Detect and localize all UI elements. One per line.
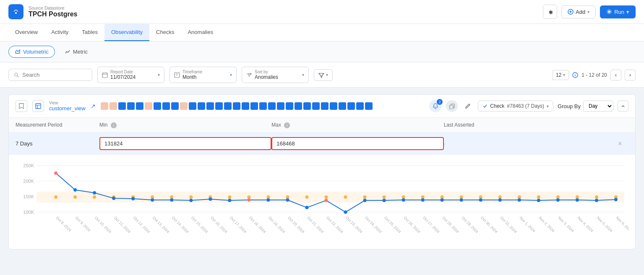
color-dot-18[interactable] <box>259 102 267 110</box>
timeframe-icon <box>174 72 180 78</box>
svg-text:Oct 31, 2024: Oct 31, 2024 <box>499 215 518 234</box>
run-button[interactable]: Run ▾ <box>600 5 636 18</box>
tab-anomalies[interactable]: Anomalies <box>181 24 220 41</box>
external-link-button[interactable]: ↗ <box>91 103 96 109</box>
header-right: Add ▾ Run ▾ <box>543 5 636 19</box>
color-dot-7[interactable] <box>162 102 170 110</box>
color-dot-8[interactable] <box>171 102 179 110</box>
svg-text:Oct 16, 2024: Oct 16, 2024 <box>210 215 228 234</box>
tab-overview[interactable]: Overview <box>8 24 44 41</box>
color-dot-10[interactable] <box>189 102 196 110</box>
svg-point-40 <box>402 195 405 199</box>
measurement-header: Measurement Period Min i Max i Last Asse… <box>9 118 635 133</box>
check-filter-chevron-icon: ▾ <box>547 104 549 109</box>
search-box[interactable] <box>8 69 92 81</box>
color-dot-5[interactable] <box>145 102 152 110</box>
color-dot-13[interactable] <box>215 102 223 110</box>
tab-checks[interactable]: Checks <box>149 24 181 41</box>
filter-chevron-icon: ▾ <box>326 73 328 77</box>
svg-point-43 <box>460 195 463 199</box>
svg-point-70 <box>402 198 405 202</box>
color-dot-17[interactable] <box>250 102 258 110</box>
svg-text:Oct 20, 2024: Oct 20, 2024 <box>287 215 305 234</box>
per-page-selector[interactable]: 12 ▾ <box>552 70 569 80</box>
notification-badge: 2 <box>437 99 443 105</box>
report-date-field[interactable]: Report Date 11/07/2024 ▾ <box>97 67 164 83</box>
svg-point-27 <box>151 195 154 199</box>
subtab-volumetric[interactable]: Volumetric <box>8 46 55 58</box>
color-dot-14[interactable] <box>224 102 232 110</box>
color-dot-23[interactable] <box>303 102 311 110</box>
svg-point-60 <box>209 197 212 201</box>
timeframe-chevron-icon: ▾ <box>230 73 232 77</box>
filter-button[interactable]: ▾ <box>314 69 333 81</box>
bookmark-button[interactable] <box>16 100 27 112</box>
remove-row-button[interactable]: × <box>616 140 624 148</box>
color-dot-9[interactable] <box>180 102 188 110</box>
svg-point-34 <box>286 195 289 199</box>
edit-button[interactable] <box>462 100 474 112</box>
color-dot-22[interactable] <box>295 102 302 110</box>
color-dot-25[interactable] <box>321 102 329 110</box>
max-info-icon[interactable]: i <box>284 122 290 128</box>
color-dot-30[interactable] <box>365 102 373 110</box>
table-view-button[interactable] <box>32 100 44 112</box>
svg-point-28 <box>170 195 173 199</box>
color-dot-16[interactable] <box>242 102 249 110</box>
check-filter-button[interactable]: Check #78463 (7 Days) ▾ <box>478 101 553 112</box>
collapse-button[interactable] <box>618 101 628 112</box>
svg-text:100K: 100K <box>23 210 34 215</box>
min-info-icon[interactable]: i <box>111 122 117 128</box>
color-dot-3[interactable] <box>127 102 135 110</box>
svg-text:Nov 2, 2024: Nov 2, 2024 <box>538 215 555 233</box>
svg-text:150K: 150K <box>23 194 34 199</box>
next-page-button[interactable]: › <box>625 70 636 80</box>
group-by-select[interactable]: Day Week Month <box>583 101 613 112</box>
svg-point-69 <box>383 199 386 202</box>
color-dot-2[interactable] <box>118 102 126 110</box>
notification-button[interactable]: 2 <box>429 100 442 112</box>
svg-point-47 <box>537 195 540 199</box>
svg-point-81 <box>614 198 618 201</box>
copy-button[interactable] <box>446 100 458 112</box>
color-dot-15[interactable] <box>233 102 240 110</box>
sort-field[interactable]: Sort by Anomalies ▾ <box>242 67 309 83</box>
svg-text:Oct 26, 2024: Oct 26, 2024 <box>403 215 421 234</box>
color-dot-26[interactable] <box>330 102 337 110</box>
timeframe-field[interactable]: Timeframe Month ▾ <box>169 67 237 83</box>
color-dot-12[interactable] <box>206 102 214 110</box>
view-header-left: View customer_view ↗ <box>16 100 373 112</box>
add-button[interactable]: Add ▾ <box>561 5 596 18</box>
svg-point-53 <box>73 188 77 192</box>
color-dot-27[interactable] <box>339 102 346 110</box>
svg-point-64 <box>286 198 289 202</box>
svg-point-33 <box>266 195 270 199</box>
tab-observability[interactable]: Observability <box>104 24 149 41</box>
settings-button[interactable] <box>543 5 557 19</box>
color-dot-19[interactable] <box>268 102 276 110</box>
color-dot-24[interactable] <box>312 102 320 110</box>
svg-point-37 <box>344 195 347 199</box>
svg-point-58 <box>170 198 173 202</box>
color-dot-20[interactable] <box>277 102 284 110</box>
color-dot-21[interactable] <box>286 102 293 110</box>
subtab-metric[interactable]: Metric <box>58 46 94 58</box>
header-subtitle: Source Datastore <box>29 5 77 10</box>
svg-point-42 <box>441 195 444 199</box>
tab-tables[interactable]: Tables <box>75 24 104 41</box>
search-input[interactable] <box>22 72 87 78</box>
color-dot-4[interactable] <box>136 102 143 110</box>
color-dot-0[interactable] <box>101 102 108 110</box>
svg-point-39 <box>383 195 386 199</box>
max-value-input[interactable] <box>271 137 443 150</box>
color-dot-11[interactable] <box>198 102 205 110</box>
chart-svg: 250K 200K 150K 100K <box>16 161 628 241</box>
color-dot-1[interactable] <box>110 102 117 110</box>
tab-activity[interactable]: Activity <box>44 24 75 41</box>
color-dot-6[interactable] <box>154 102 161 110</box>
color-dot-28[interactable] <box>347 102 355 110</box>
color-dot-29[interactable] <box>356 102 364 110</box>
svg-point-67 <box>344 210 347 214</box>
prev-page-button[interactable]: ‹ <box>610 70 621 80</box>
min-value-input[interactable] <box>99 137 271 150</box>
